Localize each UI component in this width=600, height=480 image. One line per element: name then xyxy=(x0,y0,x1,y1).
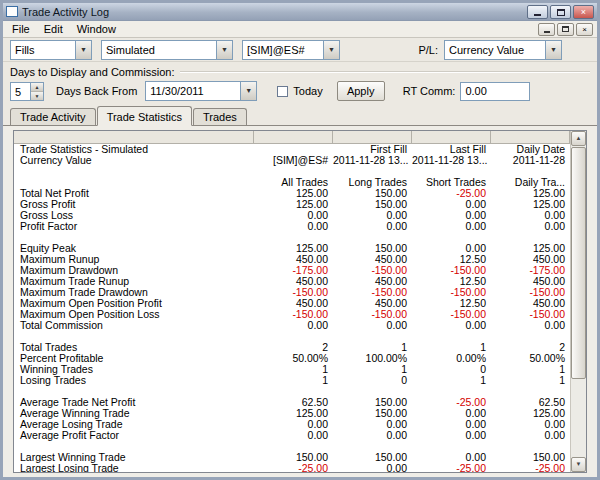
chevron-down-icon[interactable]: ▼ xyxy=(323,41,339,59)
table-cell: 1 xyxy=(333,364,412,375)
table-cell: 0.00 xyxy=(254,320,333,331)
table-row: Total Net Profit125.00150.00-25.00125.00 xyxy=(14,188,570,199)
tab-trade-activity[interactable]: Trade Activity xyxy=(10,108,96,125)
table-row: Maximum Trade Runup450.00450.0012.50450.… xyxy=(14,276,570,287)
table-cell: 150.00 xyxy=(333,188,412,199)
table-cell xyxy=(254,331,333,342)
mdi-minimize-button[interactable] xyxy=(538,23,555,36)
pl-group: P/L: Currency Value ▼ xyxy=(418,40,562,60)
scroll-up-icon[interactable]: ▲ xyxy=(571,131,586,146)
table-cell: Daily Tra... xyxy=(491,177,570,188)
table-cell: 450.00 xyxy=(254,254,333,265)
today-checkbox-group[interactable]: Today xyxy=(277,85,322,97)
table-cell: 1 xyxy=(333,342,412,353)
mdi-close-button[interactable]: × xyxy=(576,23,593,36)
table-cell: 0.00 xyxy=(412,408,491,419)
table-cell: 125.00 xyxy=(491,199,570,210)
pl-dropdown[interactable]: Currency Value ▼ xyxy=(444,40,562,60)
table-row: Currency Value[SIM]@ES#2011-11-28 13...2… xyxy=(14,155,570,166)
table-cell: 2011-11-28 xyxy=(491,155,570,166)
table-cell: 0.00 xyxy=(491,430,570,441)
table-cell: 450.00 xyxy=(254,276,333,287)
table-cell: 50.00% xyxy=(254,353,333,364)
table-cell: 450.00 xyxy=(491,254,570,265)
spinner-up-icon[interactable]: ▲ xyxy=(31,83,43,92)
table-cell xyxy=(254,166,333,177)
row-label: Gross Profit xyxy=(14,199,254,210)
mdi-restore-button[interactable] xyxy=(557,23,574,36)
table-cell xyxy=(491,386,570,397)
rt-comm-input[interactable] xyxy=(460,82,530,101)
vertical-scrollbar[interactable]: ▲ ▼ xyxy=(570,131,586,472)
window-title: Trade Activity Log xyxy=(22,6,527,18)
table-row xyxy=(14,331,570,342)
group-label: Days to Display and Commission: xyxy=(10,66,174,78)
grid-header-cell xyxy=(254,131,333,143)
grid-header xyxy=(14,131,570,144)
menu-item-window[interactable]: Window xyxy=(70,22,123,36)
mode-dropdown-value: Simulated xyxy=(102,41,216,59)
table-cell: 0.00 xyxy=(333,320,412,331)
table-cell: 450.00 xyxy=(333,254,412,265)
table-row: Maximum Trade Drawdown-150.00-150.00-150… xyxy=(14,287,570,298)
table-cell xyxy=(333,331,412,342)
scrollbar-thumb[interactable] xyxy=(571,147,586,379)
tab-trades[interactable]: Trades xyxy=(193,108,247,125)
table-cell: 0.00 xyxy=(333,430,412,441)
menu-item-file[interactable]: File xyxy=(5,22,37,36)
chevron-down-icon[interactable]: ▼ xyxy=(75,41,91,59)
apply-button[interactable]: Apply xyxy=(337,81,385,101)
chevron-down-icon[interactable]: ▼ xyxy=(545,41,561,59)
tab-page-trade-statistics: Trade Statistics - SimulatedFirst FillLa… xyxy=(3,126,597,477)
table-cell: 150.00 xyxy=(333,199,412,210)
rt-comm-label: RT Comm: xyxy=(403,85,456,97)
menu-item-edit[interactable]: Edit xyxy=(37,22,70,36)
date-dropdown[interactable]: 11/30/2011 ▼ xyxy=(145,81,257,101)
table-cell: 0 xyxy=(333,375,412,386)
table-cell: 1 xyxy=(254,364,333,375)
tab-trade-statistics[interactable]: Trade Statistics xyxy=(97,106,192,126)
minimize-button[interactable] xyxy=(527,5,548,19)
mode-dropdown[interactable]: Simulated ▼ xyxy=(101,40,233,60)
days-spinner[interactable]: 5 ▲ ▼ xyxy=(10,82,44,101)
row-label xyxy=(14,441,254,452)
row-label: Currency Value xyxy=(14,155,254,166)
row-label xyxy=(14,177,254,188)
row-label: Maximum Open Position Loss xyxy=(14,309,254,320)
fills-dropdown[interactable]: Fills ▼ xyxy=(10,40,92,60)
chevron-down-icon[interactable]: ▼ xyxy=(240,82,256,100)
table-cell xyxy=(254,386,333,397)
row-label xyxy=(14,386,254,397)
table-cell xyxy=(412,441,491,452)
date-dropdown-value: 11/30/2011 xyxy=(146,82,240,100)
row-label xyxy=(14,331,254,342)
symbol-dropdown[interactable]: [SIM]@ES# ▼ xyxy=(242,40,340,60)
table-cell: 1 xyxy=(491,364,570,375)
table-row: Average Profit Factor0.000.000.000.00 xyxy=(14,430,570,441)
spinner-down-icon[interactable]: ▼ xyxy=(31,92,43,100)
table-cell: 0.00 xyxy=(412,243,491,254)
table-cell xyxy=(491,331,570,342)
title-bar[interactable]: Trade Activity Log × xyxy=(3,3,597,21)
close-button[interactable]: × xyxy=(573,5,594,19)
scroll-down-icon[interactable]: ▼ xyxy=(571,457,586,472)
row-label: Maximum Runup xyxy=(14,254,254,265)
table-row: Average Winning Trade125.00150.000.00125… xyxy=(14,408,570,419)
table-cell: 150.00 xyxy=(333,452,412,463)
today-checkbox[interactable] xyxy=(277,86,288,97)
row-label: Profit Factor xyxy=(14,221,254,232)
grid-header-cell xyxy=(14,131,254,143)
table-row: Losing Trades1011 xyxy=(14,375,570,386)
chevron-down-icon[interactable]: ▼ xyxy=(216,41,232,59)
row-label xyxy=(14,166,254,177)
table-cell: 150.00 xyxy=(333,243,412,254)
maximize-button[interactable] xyxy=(550,5,571,19)
grid-body: Trade Statistics - SimulatedFirst FillLa… xyxy=(14,144,570,472)
table-cell xyxy=(254,441,333,452)
table-cell xyxy=(491,441,570,452)
table-cell: 450.00 xyxy=(254,298,333,309)
table-cell: -150.00 xyxy=(412,309,491,320)
table-row: Trade Statistics - SimulatedFirst FillLa… xyxy=(14,144,570,155)
table-cell: 0.00 xyxy=(412,320,491,331)
table-cell: 1 xyxy=(412,375,491,386)
